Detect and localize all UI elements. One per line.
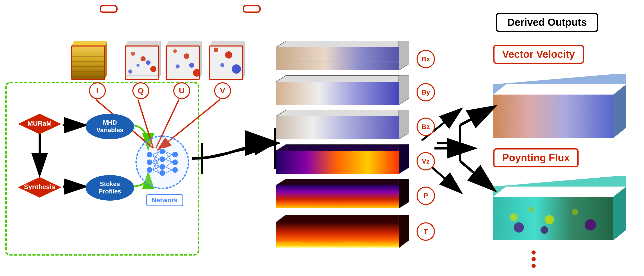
stokes-cube-Q	[120, 26, 161, 83]
mhd-output-label-by: By	[417, 83, 435, 101]
svg-point-118	[514, 222, 524, 233]
svg-line-49	[165, 170, 172, 173]
muram-label: MURaM	[27, 120, 52, 127]
svg-point-32	[172, 167, 178, 173]
svg-point-30	[172, 152, 178, 158]
network-text: Network	[152, 196, 178, 204]
svg-marker-110	[613, 84, 626, 138]
observed-stokes-box	[100, 5, 118, 13]
svg-line-45	[165, 155, 172, 159]
svg-point-74	[176, 64, 180, 68]
stokes-label-I: I	[89, 82, 106, 99]
svg-point-120	[585, 219, 596, 231]
svg-rect-98	[276, 116, 399, 139]
derived-outputs-header-text: Derived Outputs	[507, 17, 587, 28]
svg-point-29	[159, 170, 165, 176]
mhd-layer-p	[276, 179, 409, 208]
svg-point-119	[540, 226, 548, 234]
stokes-label-Q: Q	[132, 82, 149, 99]
svg-point-116	[545, 215, 554, 224]
stokes-label-V: V	[214, 82, 231, 99]
stokes-profiles-shape: StokesProfiles	[86, 175, 134, 201]
stokes-cube-I	[66, 26, 107, 83]
svg-marker-100	[399, 144, 409, 174]
svg-point-64	[146, 60, 151, 65]
derived-outputs-header: Derived Outputs	[496, 13, 598, 32]
svg-marker-53	[72, 41, 107, 46]
svg-point-83	[220, 63, 224, 67]
network-label-box: Network	[146, 194, 183, 206]
svg-point-28	[159, 164, 165, 170]
svg-point-84	[232, 64, 241, 74]
more-items-dots	[532, 250, 536, 268]
network-icon	[144, 144, 180, 180]
synthesis-label: Synthesis	[24, 183, 55, 191]
svg-point-24	[146, 159, 153, 165]
svg-line-47	[165, 162, 172, 167]
svg-rect-109	[493, 95, 613, 138]
svg-marker-85	[210, 41, 245, 46]
stokes-cube-U	[161, 26, 202, 83]
svg-rect-95	[276, 82, 399, 105]
poynting-flux-label: Poynting Flux	[502, 152, 570, 163]
svg-point-62	[141, 56, 146, 61]
vector-velocity-box: Vector Velocity	[493, 45, 584, 64]
svg-line-48	[165, 167, 172, 170]
svg-point-82	[225, 51, 232, 59]
svg-point-31	[172, 159, 178, 165]
poynting-flux-viz	[493, 176, 626, 240]
mhd-output-label-bx: Bx	[417, 50, 435, 68]
mhd-layer-bx	[276, 41, 409, 70]
network-circle	[135, 135, 189, 189]
svg-point-26	[159, 148, 165, 155]
svg-marker-106	[399, 215, 409, 248]
svg-point-117	[572, 209, 578, 215]
svg-point-115	[529, 207, 534, 212]
muram-shape: MURaM	[17, 112, 63, 135]
vector-velocity-viz	[493, 74, 626, 138]
svg-point-25	[146, 167, 153, 173]
svg-point-72	[173, 49, 177, 53]
mhd-output-label-bz: Bz	[417, 118, 435, 136]
mhd-variables-shape: MHDVariables	[86, 114, 134, 139]
mhd-output-label-p: P	[417, 187, 435, 205]
mhd-output-label-t: T	[417, 222, 435, 241]
mhd-layer-t	[276, 215, 409, 248]
svg-point-27	[159, 156, 165, 162]
svg-point-73	[184, 53, 189, 59]
svg-point-114	[510, 213, 518, 221]
vector-velocity-label: Vector Velocity	[502, 49, 575, 60]
svg-marker-103	[399, 179, 409, 208]
svg-marker-77	[166, 41, 202, 46]
predicted-mhd-box	[243, 5, 261, 13]
svg-point-23	[146, 152, 153, 158]
svg-marker-97	[399, 110, 409, 139]
mhd-layer-bz	[276, 110, 409, 139]
svg-line-125	[460, 161, 493, 189]
svg-point-66	[128, 70, 132, 74]
svg-marker-113	[613, 187, 626, 240]
stokes-profiles-label: StokesProfiles	[99, 180, 121, 195]
svg-rect-101	[276, 151, 399, 174]
svg-point-81	[214, 48, 218, 52]
svg-point-61	[131, 52, 135, 56]
svg-marker-111	[493, 176, 626, 197]
mhd-variables-label: MHDVariables	[96, 119, 123, 134]
stokes-cube-V	[204, 26, 245, 83]
svg-rect-90	[276, 47, 399, 70]
mhd-layer-vz	[276, 144, 409, 174]
svg-marker-108	[493, 74, 626, 95]
svg-rect-60	[125, 46, 158, 79]
svg-marker-67	[125, 41, 161, 46]
mhd-output-label-vz: Vz	[417, 152, 435, 170]
synthesis-shape: Synthesis	[17, 176, 63, 199]
svg-line-17	[202, 143, 273, 158]
svg-point-63	[136, 64, 140, 67]
mhd-layer-by	[276, 75, 409, 105]
svg-rect-104	[276, 185, 399, 208]
svg-marker-94	[399, 75, 409, 105]
poynting-flux-box: Poynting Flux	[493, 148, 579, 167]
svg-rect-51	[72, 46, 105, 79]
svg-point-65	[150, 66, 156, 72]
svg-point-75	[189, 63, 194, 68]
